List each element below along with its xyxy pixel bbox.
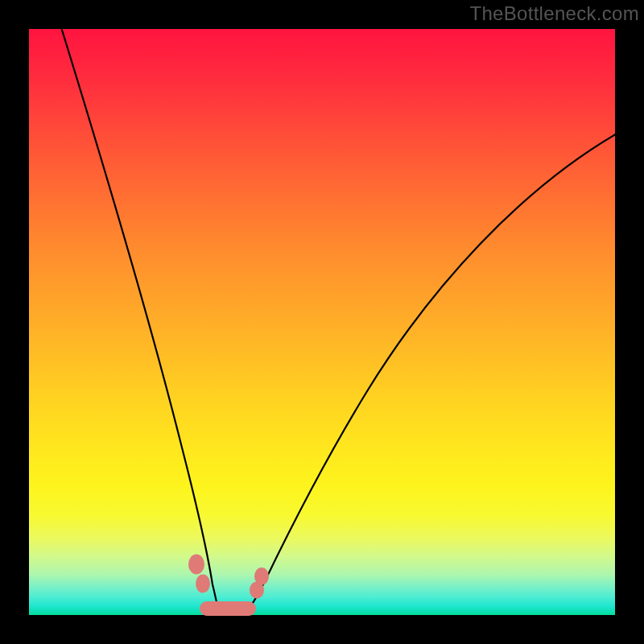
dot-left-lower bbox=[197, 576, 209, 592]
bottom-lozenge bbox=[200, 601, 256, 616]
watermark-text: TheBottleneck.com bbox=[469, 2, 639, 25]
dot-right-lower bbox=[251, 583, 263, 597]
highlight-dots bbox=[29, 29, 615, 615]
plot-area bbox=[29, 29, 615, 615]
dot-left-upper bbox=[190, 555, 204, 573]
dot-right-upper bbox=[256, 569, 268, 584]
chart-frame: TheBottleneck.com bbox=[0, 0, 644, 644]
